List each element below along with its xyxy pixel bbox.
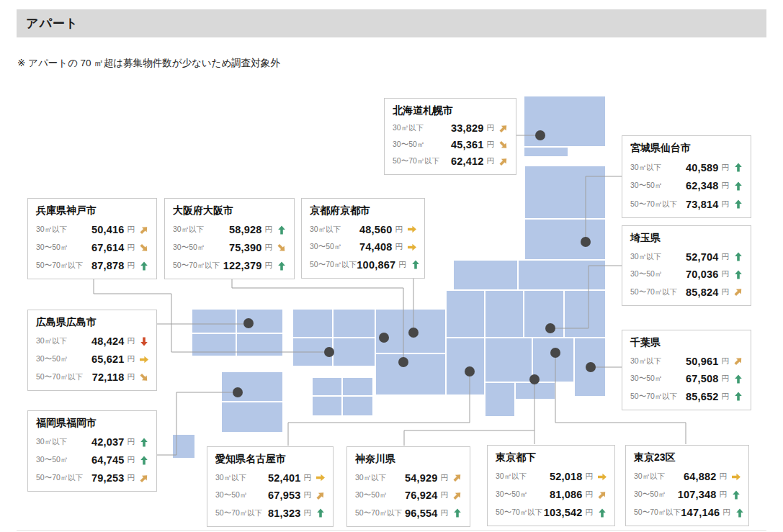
- yen-unit-label: 円: [487, 140, 495, 150]
- price-row: 50〜70㎡以下85,652円: [630, 391, 743, 402]
- price-row: 50〜70㎡以下147,146円: [634, 507, 741, 518]
- trend-up-arrow-icon: [733, 374, 743, 384]
- price-value: 48,560: [359, 224, 393, 235]
- yen-unit-label: 円: [722, 269, 730, 279]
- price-row: 30〜50㎡45,361円: [393, 139, 509, 150]
- yen-unit-label: 円: [304, 508, 312, 518]
- size-range-label: 30㎡以下: [215, 473, 246, 483]
- trend-up-right-arrow-icon: [316, 491, 326, 500]
- price-value: 147,146: [681, 507, 720, 518]
- price-row: 30㎡以下58,928円: [173, 224, 287, 235]
- yen-unit-label: 円: [722, 163, 730, 173]
- price-row: 50〜70㎡以下122,379円: [173, 260, 287, 271]
- trend-up-right-arrow-icon: [452, 473, 462, 482]
- region-card-sendai: 宮城県仙台市30㎡以下40,589円30〜50㎡62,348円50〜70㎡以下7…: [622, 135, 751, 218]
- price-row: 30㎡以下64,882円: [634, 471, 741, 482]
- trend-down-right-arrow-icon: [498, 140, 509, 150]
- yen-unit-label: 円: [127, 473, 135, 483]
- size-range-label: 50〜70㎡以下: [634, 508, 681, 518]
- price-row: 50〜70㎡以下73,814円: [630, 199, 743, 210]
- yen-unit-label: 円: [127, 243, 135, 253]
- price-value: 70,036: [686, 269, 719, 280]
- trend-down-right-arrow-icon: [139, 243, 149, 253]
- price-value: 73,814: [686, 199, 719, 210]
- yen-unit-label: 円: [722, 181, 730, 191]
- trend-up-arrow-icon: [452, 508, 462, 518]
- size-range-label: 30〜50㎡: [36, 354, 68, 364]
- yen-unit-label: 円: [304, 473, 312, 483]
- region-card-fukuoka: 福岡県福岡市30㎡以下42,037円30〜50㎡64,745円50〜70㎡以下7…: [27, 410, 157, 492]
- yen-unit-label: 円: [127, 261, 135, 271]
- price-value: 50,961: [686, 356, 719, 367]
- yen-unit-label: 円: [395, 225, 403, 235]
- yen-unit-label: 円: [265, 243, 273, 253]
- trend-up-right-arrow-icon: [452, 491, 462, 500]
- size-range-label: 30〜50㎡: [630, 374, 662, 384]
- trend-up-right-arrow-icon: [498, 157, 509, 166]
- price-value: 122,379: [223, 260, 262, 271]
- price-row: 30㎡以下33,829円: [393, 122, 509, 134]
- size-range-label: 50〜70㎡以下: [630, 392, 677, 402]
- region-card-osaka: 大阪府大阪市30㎡以下58,928円30〜50㎡75,390円50〜70㎡以下1…: [164, 198, 295, 279]
- price-row: 30〜50㎡65,621円: [36, 353, 149, 365]
- trend-up-arrow-icon: [139, 438, 149, 447]
- region-name: 東京都下: [496, 451, 607, 464]
- price-value: 81,086: [550, 489, 583, 500]
- yen-unit-label: 円: [127, 336, 135, 346]
- size-range-label: 30㎡以下: [355, 473, 386, 483]
- yen-unit-label: 円: [722, 392, 730, 402]
- yen-unit-label: 円: [586, 508, 594, 518]
- region-name: 北海道札幌市: [393, 104, 509, 117]
- price-value: 67,508: [686, 373, 719, 384]
- price-value: 48,424: [91, 335, 125, 347]
- region-card-hiroshima: 広島県広島市30㎡以下48,424円30〜50㎡65,621円50〜70㎡以下7…: [27, 310, 157, 391]
- price-row: 30㎡以下54,929円: [355, 472, 462, 484]
- size-range-label: 50〜70㎡以下: [173, 261, 220, 271]
- price-row: 50〜70㎡以下96,554円: [355, 508, 462, 519]
- yen-unit-label: 円: [441, 508, 449, 518]
- size-range-label: 30㎡以下: [496, 472, 527, 482]
- size-range-label: 30㎡以下: [630, 252, 661, 262]
- trend-down-right-arrow-icon: [277, 243, 287, 253]
- price-value: 50,416: [91, 224, 125, 235]
- price-row: 50〜70㎡以下81,323円: [215, 508, 326, 519]
- price-row: 30㎡以下52,704円: [630, 251, 743, 263]
- region-name: 千葉県: [630, 336, 743, 349]
- trend-up-right-arrow-icon: [597, 490, 607, 500]
- yen-unit-label: 円: [441, 490, 449, 500]
- yen-unit-label: 円: [127, 372, 135, 382]
- price-row: 50〜70㎡以下103,542円: [496, 507, 607, 518]
- yen-unit-label: 円: [127, 455, 135, 465]
- size-range-label: 30㎡以下: [173, 225, 204, 235]
- region-card-saitama: 埼玉県30㎡以下52,704円30〜50㎡70,036円50〜70㎡以下85,8…: [622, 225, 751, 306]
- size-range-label: 50〜70㎡以下: [355, 508, 402, 518]
- trend-up-arrow-icon: [733, 181, 743, 191]
- trend-right-arrow-icon: [597, 472, 607, 482]
- yen-unit-label: 円: [720, 490, 728, 500]
- yen-unit-label: 円: [586, 472, 594, 482]
- price-value: 67,614: [91, 242, 125, 253]
- price-row: 30〜50㎡67,953円: [215, 490, 326, 501]
- price-row: 30㎡以下40,589円: [630, 162, 743, 173]
- price-value: 64,745: [91, 454, 125, 466]
- price-value: 52,704: [686, 251, 719, 263]
- price-value: 100,867: [357, 259, 395, 271]
- yen-unit-label: 円: [487, 123, 495, 133]
- price-row: 30㎡以下48,560円: [310, 224, 417, 235]
- price-row: 30〜50㎡107,348円: [634, 489, 741, 500]
- trend-right-arrow-icon: [407, 225, 417, 234]
- yen-unit-label: 円: [722, 199, 730, 209]
- size-range-label: 30〜50㎡: [36, 455, 68, 465]
- trend-up-arrow-icon: [277, 225, 287, 235]
- trend-up-arrow-icon: [733, 252, 743, 261]
- trend-up-arrow-icon: [277, 261, 287, 271]
- trend-up-arrow-icon: [733, 199, 743, 209]
- price-value: 87,878: [91, 260, 125, 271]
- price-value: 64,882: [684, 471, 717, 482]
- price-value: 67,953: [268, 490, 301, 501]
- trend-up-arrow-icon: [597, 508, 607, 518]
- price-value: 52,018: [550, 471, 583, 482]
- trend-down-arrow-icon: [139, 337, 149, 346]
- size-range-label: 30〜50㎡: [630, 181, 662, 191]
- trend-up-arrow-icon: [731, 490, 741, 500]
